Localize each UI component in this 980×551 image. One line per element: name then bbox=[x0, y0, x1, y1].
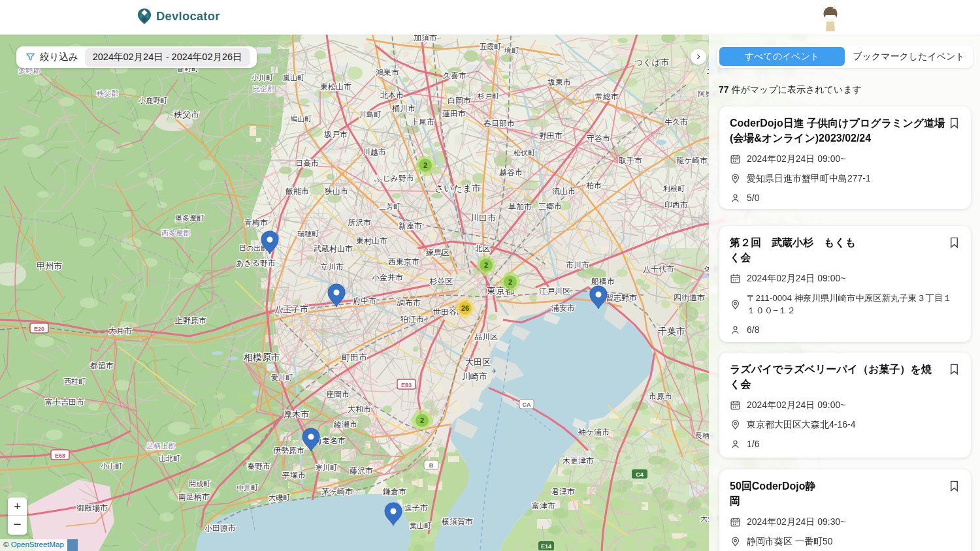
svg-text:B: B bbox=[429, 462, 434, 469]
svg-text:E20: E20 bbox=[34, 326, 44, 332]
svg-text:御殿場市: 御殿場市 bbox=[76, 503, 108, 512]
svg-text:✈: ✈ bbox=[491, 368, 497, 375]
svg-text:秦野市: 秦野市 bbox=[247, 462, 270, 471]
svg-text:柏市: 柏市 bbox=[586, 181, 602, 190]
svg-text:船橋市: 船橋市 bbox=[591, 277, 615, 286]
svg-text:八千代市: 八千代市 bbox=[643, 264, 674, 274]
svg-text:2: 2 bbox=[508, 278, 512, 286]
svg-text:練馬区: 練馬区 bbox=[426, 248, 449, 257]
svg-text:開成町: 開成町 bbox=[189, 480, 210, 488]
svg-text:浦安市: 浦安市 bbox=[551, 304, 575, 313]
svg-text:厚木市: 厚木市 bbox=[284, 409, 309, 419]
svg-text:相模原市: 相模原市 bbox=[243, 352, 280, 362]
svg-text:越谷市: 越谷市 bbox=[499, 168, 523, 177]
svg-text:小金井市: 小金井市 bbox=[372, 273, 403, 282]
svg-text:小鹿野町: 小鹿野町 bbox=[138, 97, 167, 104]
svg-text:川越市: 川越市 bbox=[363, 148, 386, 157]
svg-text:さいたま市: さいたま市 bbox=[434, 183, 481, 193]
svg-text:富津市: 富津市 bbox=[532, 501, 555, 511]
svg-text:坂東市: 坂東市 bbox=[547, 78, 571, 87]
svg-text:平塚市: 平塚市 bbox=[282, 471, 306, 480]
svg-text:葉山町: 葉山町 bbox=[410, 522, 431, 529]
svg-text:嵐山町: 嵐山町 bbox=[283, 74, 304, 82]
svg-text:流山市: 流山市 bbox=[552, 187, 576, 196]
svg-text:鳩山町: 鳩山町 bbox=[290, 115, 312, 123]
svg-text:西多摩郡: 西多摩郡 bbox=[161, 229, 190, 237]
svg-text:三芳町: 三芳町 bbox=[379, 202, 400, 210]
svg-text:市川市: 市川市 bbox=[566, 260, 589, 270]
svg-text:袖ケ浦市: 袖ケ浦市 bbox=[578, 428, 610, 437]
svg-text:桶川市: 桶川市 bbox=[391, 104, 416, 113]
svg-text:綾瀬市: 綾瀬市 bbox=[333, 420, 357, 429]
svg-text:大磯町: 大磯町 bbox=[269, 494, 290, 501]
svg-text:26: 26 bbox=[461, 304, 469, 312]
svg-text:調布市: 調布市 bbox=[397, 298, 421, 307]
svg-text:小山町: 小山町 bbox=[100, 462, 122, 470]
svg-text:横須賀市: 横須賀市 bbox=[441, 517, 473, 526]
svg-text:大和市: 大和市 bbox=[348, 405, 371, 414]
svg-text:足柄上郡: 足柄上郡 bbox=[146, 442, 175, 450]
svg-text:愛川町: 愛川町 bbox=[271, 373, 293, 381]
svg-text:飯能市: 飯能市 bbox=[286, 187, 309, 196]
svg-text:日高市: 日高市 bbox=[295, 159, 319, 168]
svg-text:鎌倉市: 鎌倉市 bbox=[383, 487, 406, 496]
svg-text:CA: CA bbox=[523, 401, 531, 408]
svg-text:富士吉田市: 富士吉田市 bbox=[45, 398, 84, 407]
svg-text:所沢市: 所沢市 bbox=[348, 218, 371, 227]
svg-text:印西市: 印西市 bbox=[664, 200, 688, 210]
svg-text:武蔵村山市: 武蔵村山市 bbox=[314, 244, 353, 253]
svg-text:川口市: 川口市 bbox=[470, 213, 496, 223]
svg-text:大月市: 大月市 bbox=[108, 326, 132, 336]
svg-text:牛久市: 牛久市 bbox=[664, 118, 688, 127]
svg-text:習志野市: 習志野市 bbox=[606, 293, 637, 302]
svg-text:木更津市: 木更津市 bbox=[562, 456, 594, 465]
svg-text:新座市: 新座市 bbox=[399, 221, 422, 230]
svg-text:龍ケ崎市: 龍ケ崎市 bbox=[676, 156, 708, 165]
svg-text:久喜市: 久喜市 bbox=[443, 71, 466, 80]
svg-text:利根町: 利根町 bbox=[663, 185, 685, 193]
svg-text:守谷市: 守谷市 bbox=[587, 134, 610, 143]
svg-text:市原市: 市原市 bbox=[649, 392, 672, 401]
svg-text:加須市: 加須市 bbox=[414, 35, 437, 42]
svg-text:比企郡: 比企郡 bbox=[253, 85, 274, 93]
svg-text:常総市: 常総市 bbox=[595, 92, 619, 101]
svg-text:野田市: 野田市 bbox=[539, 131, 563, 140]
svg-text:座間市: 座間市 bbox=[326, 390, 350, 399]
svg-text:2: 2 bbox=[423, 161, 427, 169]
svg-text:寒川町: 寒川町 bbox=[316, 464, 337, 471]
svg-text:南足柄市: 南足柄市 bbox=[178, 492, 210, 501]
svg-text:春日部市: 春日部市 bbox=[483, 119, 515, 128]
svg-text:茅ヶ崎市: 茅ヶ崎市 bbox=[321, 487, 353, 496]
svg-text:甲州市: 甲州市 bbox=[37, 261, 62, 271]
svg-text:東松山市: 東松山市 bbox=[320, 82, 351, 91]
svg-text:町田市: 町田市 bbox=[342, 353, 367, 362]
svg-text:瑞穂町: 瑞穂町 bbox=[297, 230, 319, 238]
svg-text:山北町: 山北町 bbox=[159, 454, 180, 462]
svg-text:五霞町: 五霞町 bbox=[480, 42, 501, 50]
svg-text:草加市: 草加市 bbox=[508, 202, 532, 212]
svg-text:松伏町: 松伏町 bbox=[514, 149, 535, 157]
svg-text:東村山市: 東村山市 bbox=[356, 236, 387, 245]
svg-text:逗子市: 逗子市 bbox=[404, 503, 428, 512]
svg-text:小川町: 小川町 bbox=[251, 74, 273, 82]
svg-text:四街道市: 四街道市 bbox=[674, 293, 705, 302]
svg-text:三郷市: 三郷市 bbox=[538, 202, 562, 211]
svg-text:鴻巣市: 鴻巣市 bbox=[375, 68, 399, 77]
svg-text:秩父郡: 秩父郡 bbox=[97, 89, 118, 97]
svg-text:奥多摩町: 奥多摩町 bbox=[175, 214, 204, 222]
svg-text:ふじみ野市: ふじみ野市 bbox=[374, 174, 414, 183]
svg-text:杉並区: 杉並区 bbox=[429, 277, 453, 286]
svg-text:北区: 北区 bbox=[474, 244, 490, 253]
svg-text:西桂町: 西桂町 bbox=[64, 377, 86, 385]
svg-text:上野原市: 上野原市 bbox=[175, 316, 206, 325]
svg-text:八王子市: 八王子市 bbox=[274, 304, 308, 314]
svg-text:白岡市: 白岡市 bbox=[448, 96, 471, 105]
svg-text:坂戸市: 坂戸市 bbox=[323, 130, 348, 139]
svg-text:境町: 境町 bbox=[504, 46, 519, 54]
svg-text:都留市: 都留市 bbox=[90, 361, 114, 370]
svg-text:杉戸町: 杉戸町 bbox=[477, 92, 499, 100]
svg-text:E68: E68 bbox=[55, 452, 65, 459]
svg-text:千葉市: 千葉市 bbox=[658, 326, 685, 336]
svg-text:取手市: 取手市 bbox=[619, 156, 642, 165]
svg-text:上尾市: 上尾市 bbox=[411, 118, 434, 127]
